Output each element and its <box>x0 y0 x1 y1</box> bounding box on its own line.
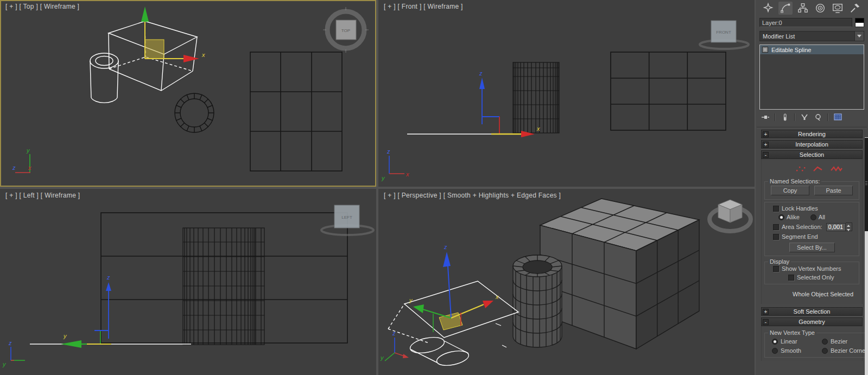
area-selection-row: Area Selection: <box>773 223 855 231</box>
selected-only-checkbox[interactable] <box>788 275 794 281</box>
linear-radio-row[interactable]: Linear <box>772 338 820 345</box>
tab-display[interactable] <box>831 2 845 15</box>
modifier-stack[interactable]: Editable Spline <box>759 45 864 110</box>
viewport-perspective[interactable]: z y x z y [ + ] [ Perspectiv <box>378 189 755 375</box>
paste-button[interactable]: Paste <box>814 186 853 195</box>
rollout-selection[interactable]: - Selection <box>761 150 863 159</box>
cylinder-front[interactable] <box>513 62 559 133</box>
viewport-top[interactable]: x y x z TOP [ + ] [ Top ] [ Wireframe ] <box>0 0 376 187</box>
gizmo-z-label: z <box>443 244 447 250</box>
tab-create[interactable] <box>761 2 775 15</box>
spline-icon[interactable] <box>830 165 843 173</box>
viewport-left[interactable]: z y z y LEFT [ + ] [ Left ] [ Wireframe … <box>0 189 376 375</box>
rollout-rendering[interactable]: + Rendering <box>761 130 863 138</box>
all-radio[interactable] <box>810 214 816 220</box>
viewport-front-canvas[interactable]: z x z x y FRONT <box>378 0 755 187</box>
collapse-icon[interactable]: - <box>763 152 769 158</box>
collapse-icon[interactable]: - <box>763 319 769 325</box>
viewport-front[interactable]: z x z x y FRONT [ + ] [ Front ] [ Wirefr… <box>378 0 755 187</box>
layer-field[interactable] <box>759 18 852 27</box>
utilities-icon <box>849 2 861 14</box>
expand-icon[interactable]: + <box>763 131 769 137</box>
object-color-swatch[interactable] <box>855 18 864 27</box>
vertex-icon[interactable] <box>795 165 806 173</box>
rollout-geometry[interactable]: - Geometry <box>761 317 863 326</box>
move-gizmo-left[interactable]: z y <box>61 274 111 348</box>
gizmo-y-label: y <box>63 333 67 339</box>
scrollbar-thumb[interactable] <box>865 138 868 231</box>
segment-end-row[interactable]: Segment End <box>773 233 855 240</box>
expand-icon[interactable]: + <box>763 309 769 315</box>
smooth-radio[interactable] <box>772 348 778 354</box>
viewport-top-label[interactable]: [ + ] [ Top ] [ Wireframe ] <box>5 3 79 10</box>
grid-plane-top[interactable] <box>250 52 342 171</box>
world-axis-tripod-left: z y <box>2 340 25 367</box>
lock-handles-row[interactable]: Lock Handles <box>773 205 855 212</box>
tab-utilities[interactable] <box>848 2 862 15</box>
remove-modifier-icon[interactable] <box>814 113 822 122</box>
dropdown-arrow-button[interactable] <box>854 31 864 41</box>
spinner-up-icon[interactable] <box>846 223 852 228</box>
viewcube-front[interactable]: FRONT <box>700 21 749 49</box>
tab-hierarchy[interactable] <box>796 2 810 15</box>
viewcube-top[interactable]: TOP <box>323 7 369 53</box>
viewcube-perspective[interactable] <box>709 200 751 231</box>
lock-handles-checkbox[interactable] <box>773 206 779 212</box>
spinner-down-icon[interactable] <box>846 228 852 233</box>
grid-plane-front[interactable] <box>611 52 726 130</box>
show-vertex-numbers-row[interactable]: Show Vertex Numbers <box>773 265 855 272</box>
linear-radio[interactable] <box>772 339 778 345</box>
toolbar-separator <box>827 113 828 121</box>
svg-text:x: x <box>406 171 409 177</box>
shaded-box[interactable] <box>540 199 699 349</box>
alike-radio[interactable] <box>778 214 784 220</box>
rollout-interpolation[interactable]: + Interpolation <box>761 140 863 149</box>
panel-scrollbar[interactable] <box>865 137 868 375</box>
svg-text:z: z <box>392 330 396 336</box>
shaded-cylinder[interactable] <box>513 255 562 347</box>
pin-stack-icon[interactable] <box>761 113 770 122</box>
selection-status: Whole Object Selected <box>762 285 862 302</box>
modifier-visibility-icon[interactable] <box>762 47 768 53</box>
segment-icon[interactable] <box>813 165 823 173</box>
expand-icon[interactable]: + <box>763 142 769 148</box>
show-vertex-numbers-checkbox[interactable] <box>773 266 779 272</box>
grid-plane-left[interactable] <box>101 213 347 343</box>
bezier-corner-radio-row[interactable]: Bezier Corner <box>822 347 867 354</box>
create-icon <box>762 2 774 14</box>
segment-end-checkbox[interactable] <box>773 234 779 240</box>
selected-spline-cylinder-top[interactable] <box>90 53 118 103</box>
tab-motion[interactable] <box>813 2 827 15</box>
viewport-perspective-label[interactable]: [ + ] [ Perspective ] [ Smooth + Highlig… <box>384 192 561 199</box>
svg-text:z: z <box>387 148 390 155</box>
move-gizmo-top[interactable]: x <box>141 7 205 62</box>
modifier-list-dropdown[interactable]: Modifier List <box>759 31 864 41</box>
modifier-stack-toolbar <box>761 111 863 123</box>
show-end-result-icon[interactable] <box>781 113 789 122</box>
tab-modify[interactable] <box>778 2 793 15</box>
configure-modifier-sets-icon[interactable] <box>833 113 843 122</box>
stack-item-editable-spline[interactable]: Editable Spline <box>760 45 864 54</box>
viewport-perspective-canvas[interactable]: z y x z y <box>378 189 755 375</box>
handles-group: Lock Handles Alike All Area Selection: <box>764 202 859 256</box>
area-selection-value[interactable] <box>826 223 846 231</box>
viewport-left-label[interactable]: [ + ] [ Left ] [ Wireframe ] <box>5 192 80 199</box>
gear-ring-top[interactable] <box>175 93 214 132</box>
bezier-corner-radio[interactable] <box>822 348 828 354</box>
rollout-soft-selection[interactable]: + Soft Selection <box>761 307 863 316</box>
selected-only-row[interactable]: Selected Only <box>788 274 855 281</box>
named-selections-group: Named Selections: Copy Paste <box>764 178 859 200</box>
viewport-left-canvas[interactable]: z y z y LEFT <box>0 189 376 375</box>
select-by-button[interactable]: Select By... <box>789 243 835 252</box>
cylinder-left[interactable] <box>183 228 264 345</box>
area-selection-checkbox[interactable] <box>773 224 779 230</box>
smooth-radio-row[interactable]: Smooth <box>772 347 820 354</box>
bezier-radio[interactable] <box>822 339 828 345</box>
viewport-front-label[interactable]: [ + ] [ Front ] [ Wireframe ] <box>384 3 463 10</box>
make-unique-icon[interactable] <box>800 113 809 122</box>
move-gizmo-front[interactable]: z x <box>479 70 540 137</box>
viewcube-face-label: TOP <box>341 28 350 33</box>
copy-button[interactable]: Copy <box>771 186 809 195</box>
bezier-radio-row[interactable]: Bezier <box>822 338 867 345</box>
viewport-top-canvas[interactable]: x y x z TOP <box>0 0 376 187</box>
